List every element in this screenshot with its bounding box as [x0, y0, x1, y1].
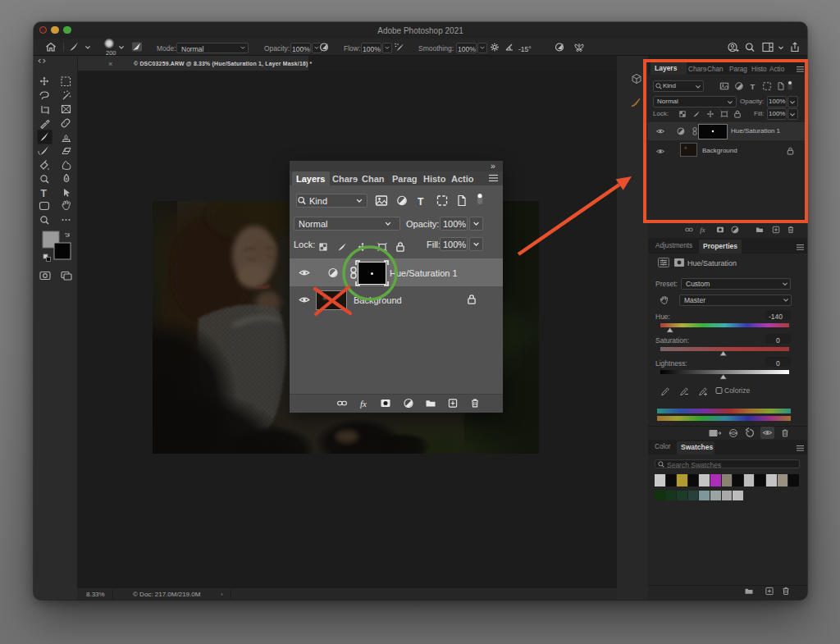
svg-text:T: T	[41, 188, 48, 199]
svg-text:T: T	[751, 82, 756, 91]
svg-text:T: T	[418, 196, 424, 208]
